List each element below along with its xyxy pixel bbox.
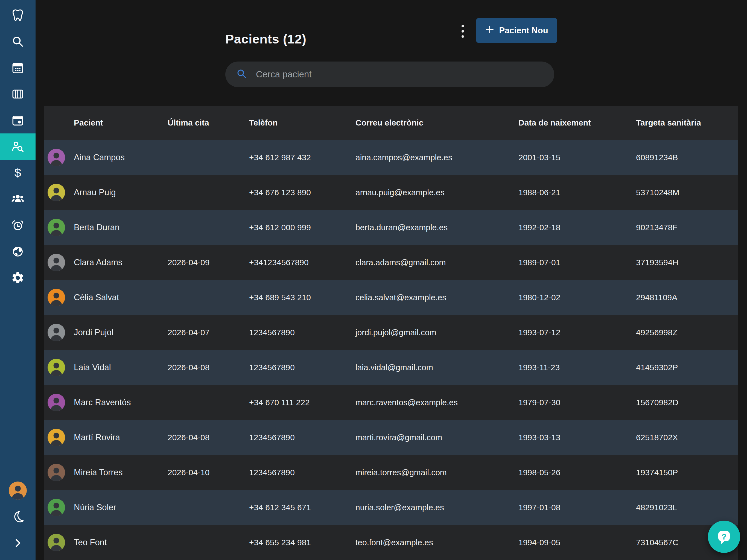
sidebar-item-logo[interactable] [0, 2, 35, 28]
patient-avatar [48, 184, 65, 201]
patient-avatar [48, 359, 65, 376]
patient-last-visit: 2026-04-09 [168, 258, 249, 267]
patient-health-card: 41459302P [636, 363, 738, 372]
column-header-email: Correu electrònic [356, 118, 518, 127]
svg-text:$: $ [15, 166, 21, 179]
patient-phone: +34 612 987 432 [249, 153, 356, 162]
patient-phone: +34 670 111 222 [249, 398, 356, 407]
patient-email: arnau.puig@example.es [356, 188, 518, 197]
patient-avatar [48, 219, 65, 236]
patient-phone: +34 676 123 890 [249, 188, 356, 197]
patient-health-card: 49256998Z [636, 328, 738, 337]
patient-row[interactable]: Arnau Puig+34 676 123 890arnau.puig@exam… [44, 175, 738, 210]
patient-search-bar [225, 61, 554, 87]
patient-name: Berta Duran [74, 223, 120, 232]
patient-phone: 1234567890 [249, 468, 356, 477]
patient-health-card: 48291023L [636, 503, 738, 512]
columns-icon [11, 87, 25, 101]
patient-row[interactable]: Clara Adams2026-04-09+341234567890clara.… [44, 245, 738, 280]
patient-last-visit: 2026-04-10 [168, 468, 249, 477]
patient-search-icon [11, 140, 25, 153]
patient-phone: +34 612 000 999 [249, 223, 356, 232]
new-patient-button-label: Pacient Nou [499, 26, 548, 35]
patient-phone: 1234567890 [249, 363, 356, 372]
patient-row[interactable]: Jordi Pujol2026-04-071234567890jordi.puj… [44, 315, 738, 350]
sidebar-item-week-view[interactable] [0, 81, 35, 107]
patient-row[interactable]: Berta Duran+34 612 000 999berta.duran@ex… [44, 210, 738, 245]
sidebar-item-calendar[interactable] [0, 55, 35, 81]
search-input[interactable] [255, 69, 546, 80]
patient-email: marti.rovira@gmail.com [356, 433, 518, 442]
patient-row[interactable]: Cèlia Salvat+34 689 543 210celia.salvat@… [44, 280, 738, 315]
patient-name: Clara Adams [74, 258, 122, 267]
column-header-name: Pacient [44, 118, 168, 127]
patients-table: PacientÚltima citaTelèfonCorreu electròn… [44, 106, 738, 560]
patient-email: mireia.torres@gmail.com [356, 468, 518, 477]
chevron-right-icon [11, 536, 25, 550]
patient-name: Mireia Torres [74, 467, 123, 477]
patient-row[interactable]: Martí Rovira2026-04-081234567890marti.ro… [44, 420, 738, 455]
patient-row[interactable]: Núria Soler+34 612 345 671nuria.soler@ex… [44, 490, 738, 525]
patient-name: Arnau Puig [74, 187, 115, 197]
alarm-clock-icon [11, 219, 25, 232]
patient-name: Martí Rovira [74, 433, 120, 442]
patient-name: Núria Soler [74, 503, 116, 512]
patient-health-card: 62518702X [636, 433, 738, 442]
patient-birth-date: 1998-05-26 [518, 468, 636, 477]
patient-name: Aina Campos [74, 153, 125, 162]
patient-email: nuria.soler@example.es [356, 503, 518, 512]
globe-icon [11, 245, 25, 258]
sidebar-item-settings[interactable] [0, 265, 35, 291]
patient-last-visit: 2026-04-07 [168, 328, 249, 337]
moon-icon [11, 510, 25, 524]
patient-avatar [48, 429, 65, 446]
sidebar: $ [0, 0, 35, 560]
patient-row[interactable]: Mireia Torres2026-04-101234567890mireia.… [44, 455, 738, 490]
patient-row[interactable]: Marc Raventós+34 670 111 222marc.ravento… [44, 385, 738, 420]
patient-avatar [48, 254, 65, 271]
patient-birth-date: 1979-07-30 [518, 398, 636, 407]
sidebar-profile[interactable] [0, 478, 35, 504]
patient-health-card: 60891234B [636, 153, 738, 162]
patient-phone: +341234567890 [249, 258, 356, 267]
sidebar-item-staff[interactable] [0, 186, 35, 212]
patient-birth-date: 1993-03-13 [518, 433, 636, 442]
sidebar-item-billing[interactable]: $ [0, 160, 35, 186]
patient-name: Teo Font [74, 538, 107, 547]
patient-phone: +34 689 543 210 [249, 293, 356, 302]
kebab-menu-icon[interactable] [456, 24, 469, 38]
search-icon [11, 35, 25, 48]
patient-birth-date: 1992-02-18 [518, 223, 636, 232]
new-patient-button[interactable]: Pacient Nou [476, 18, 557, 43]
sidebar-item-patients[interactable] [0, 133, 35, 160]
help-button[interactable]: ? [708, 520, 740, 553]
patient-name: Marc Raventós [74, 398, 131, 407]
patient-row[interactable]: Laia Vidal2026-04-081234567890laia.vidal… [44, 350, 738, 385]
patient-health-card: 19374150P [636, 468, 738, 477]
tooth-icon [11, 8, 25, 22]
calendar-icon [11, 61, 25, 75]
patient-avatar [48, 289, 65, 306]
patient-phone: +34 612 345 671 [249, 503, 356, 512]
patient-health-card: 53710248M [636, 188, 738, 197]
patient-birth-date: 1989-07-01 [518, 258, 636, 267]
column-header-birth_date: Data de naixement [518, 118, 636, 127]
patient-row[interactable]: Aina Campos+34 612 987 432aina.campos@ex… [44, 140, 738, 175]
patient-avatar [48, 149, 65, 166]
patient-row[interactable]: Teo Font+34 655 234 981teo.font@example.… [44, 525, 738, 560]
patient-avatar [48, 394, 65, 411]
sidebar-expand[interactable] [0, 530, 35, 556]
patient-birth-date: 1997-01-08 [518, 503, 636, 512]
sidebar-item-appointments[interactable] [0, 107, 35, 133]
sidebar-item-search[interactable] [0, 28, 35, 55]
patient-phone: +34 655 234 981 [249, 538, 356, 547]
sidebar-item-reminders[interactable] [0, 212, 35, 238]
patient-birth-date: 1994-09-05 [518, 538, 636, 547]
column-header-last_visit: Última cita [168, 118, 249, 127]
sidebar-item-web[interactable] [0, 238, 35, 265]
patient-email: teo.font@example.es [356, 538, 518, 547]
patient-avatar [48, 464, 65, 481]
patient-health-card: 37193594H [636, 258, 738, 267]
sidebar-dark-mode-toggle[interactable] [0, 504, 35, 530]
patient-email: clara.adams@gmail.com [356, 258, 518, 267]
